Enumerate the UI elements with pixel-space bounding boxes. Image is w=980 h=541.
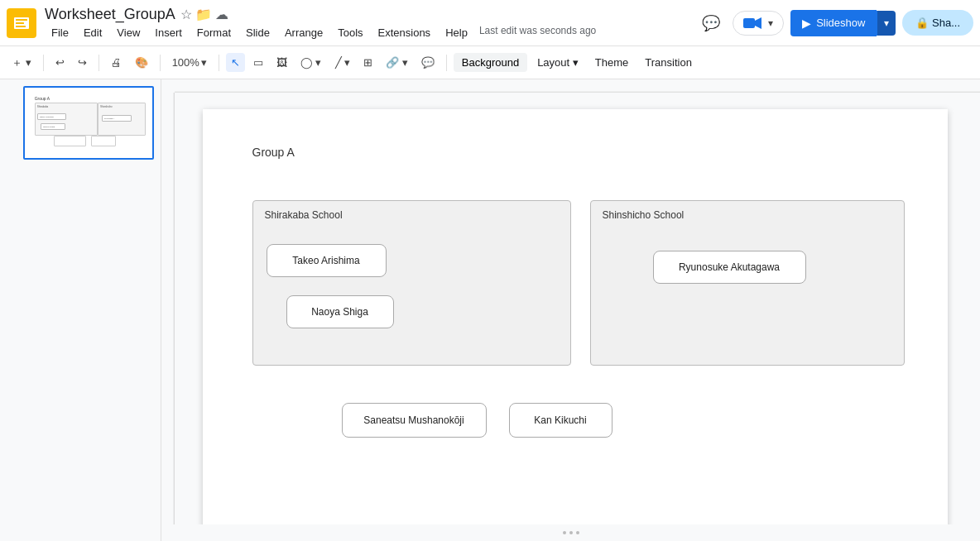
title-row: Worksheet_GroupA ☆ 📁 ☁ [45,6,596,23]
slide-canvas[interactable]: Group A Shirakaba School Takeo Arishima … [203,109,948,529]
text-box-tool[interactable]: ▭ [248,53,268,72]
saneatsu-name: Saneatsu Mushanokōji [363,414,464,426]
image-tool[interactable]: 🖼 [271,53,292,72]
canvas-area: Group A Shirakaba School Takeo Arishima … [161,93,980,541]
menu-edit[interactable]: Edit [77,25,108,41]
ryunosuke-name: Ryunosuke Akutagawa [679,261,780,273]
cloud-icon[interactable]: ☁ [215,7,228,22]
menu-bar: File Edit View Insert Format Slide Arran… [45,25,596,41]
meet-button[interactable]: ▾ [733,11,784,36]
shape-tool[interactable]: ◯ ▾ [295,53,327,72]
menu-extensions[interactable]: Extensions [372,25,438,41]
main-area: 1 Group A Shirakaba Takeo Arishima Naoya… [0,79,980,541]
folder-icon[interactable]: 📁 [195,7,212,22]
insert-tool[interactable]: ⊞ [358,53,377,72]
thumb-card1 [54,136,86,146]
svg-rect-5 [743,18,755,28]
top-bar: Worksheet_GroupA ☆ 📁 ☁ File Edit View In… [0,0,980,46]
title-icons: ☆ 📁 ☁ [180,7,228,22]
theme-button[interactable]: Theme [588,53,635,72]
menu-slide[interactable]: Slide [239,25,276,41]
shinshicho-school-box: Shinshicho School Ryunosuke Akutagawa [590,200,905,366]
menu-help[interactable]: Help [439,25,474,41]
title-section: Worksheet_GroupA ☆ 📁 ☁ File Edit View In… [45,6,596,41]
share-button[interactable]: 🔒 Sha... [902,10,973,36]
add-button[interactable]: ＋ ▾ [7,52,36,74]
autosave-text: Last edit was seconds ago [479,25,596,41]
menu-arrange[interactable]: Arrange [278,25,329,41]
undo-button[interactable]: ↩ [50,53,70,72]
paint-format-button[interactable]: 🎨 [130,53,153,72]
slides-panel: 1 Group A Shirakaba Takeo Arishima Naoya… [0,79,161,541]
divider2 [98,55,99,71]
thumb-card2 [91,136,116,146]
naoya-shiga-card[interactable]: Naoya Shiga [286,295,394,328]
slideshow-button[interactable]: ▶ Slideshow [790,10,877,36]
cursor-tool[interactable]: ↖ [226,53,245,72]
group-a-title: Group A [252,146,295,159]
kan-kikuchi-name: Kan Kikuchi [534,414,586,426]
slideshow-container: ▶ Slideshow ▾ [790,10,896,36]
comments-button[interactable]: 💬 [696,8,726,38]
menu-insert[interactable]: Insert [148,25,189,41]
links-tool[interactable]: 🔗 ▾ [381,53,413,72]
dot1 [563,531,566,534]
divider1 [43,55,44,71]
ryunosuke-card[interactable]: Ryunosuke Akutagawa [653,251,806,284]
comment-tool[interactable]: 💬 [416,53,440,72]
app-icon[interactable] [7,8,36,38]
svg-marker-6 [755,17,761,29]
meet-label: ▾ [768,17,773,29]
transition-button[interactable]: Transition [638,53,699,72]
takeo-arishima-card[interactable]: Takeo Arishima [267,244,387,277]
dot2 [569,531,573,534]
divider5 [446,55,447,71]
menu-file[interactable]: File [45,25,75,41]
layout-button[interactable]: Layout ▾ [531,53,585,72]
menu-view[interactable]: View [110,25,147,41]
toolbar: ＋ ▾ ↩ ↪ 🖨 🎨 100% ▾ ↖ ▭ 🖼 ◯ ▾ ╱ ▾ ⊞ 🔗 ▾ 💬… [0,46,980,79]
shinshicho-label: Shinshicho School [603,209,685,221]
divider4 [219,55,219,71]
ruler-horizontal [175,79,980,93]
zoom-button[interactable]: 100% ▾ [167,53,212,72]
doc-title[interactable]: Worksheet_GroupA [45,6,175,23]
naoya-shiga-name: Naoya Shiga [311,306,368,318]
thumb-school1: Shirakaba Takeo Arishima Naoya Shiga [35,103,98,136]
bottom-dots [161,524,980,541]
redo-button[interactable]: ↪ [73,53,92,72]
dot3 [576,531,579,534]
thumb-group-a-label: Group A [35,96,50,101]
menu-tools[interactable]: Tools [331,25,369,41]
shirakaba-label: Shirakaba School [265,209,343,221]
star-icon[interactable]: ☆ [180,7,192,22]
slideshow-dropdown[interactable]: ▾ [877,11,896,36]
takeo-arishima-name: Takeo Arishima [292,255,359,266]
shirakaba-school-box: Shirakaba School Takeo Arishima Naoya Sh… [252,200,571,366]
top-right-actions: 💬 ▾ ▶ Slideshow ▾ 🔒 Sha... [696,8,973,38]
slide-1-container: 1 Group A Shirakaba Takeo Arishima Naoya… [7,86,154,160]
svg-rect-3 [16,22,24,24]
background-button[interactable]: Background [454,53,527,72]
line-tool[interactable]: ╱ ▾ [330,53,356,72]
slide-thumbnail-1[interactable]: Group A Shirakaba Takeo Arishima Naoya S… [23,86,154,160]
divider3 [160,55,161,71]
saneatsu-card[interactable]: Saneatsu Mushanokōji [342,403,487,438]
kan-kikuchi-card[interactable]: Kan Kikuchi [509,403,612,438]
svg-rect-2 [16,19,27,21]
svg-rect-4 [16,26,26,27]
slideshow-label: Slideshow [816,17,865,29]
thumb-school2: Shinshicho Ryunosuke A. [98,103,146,136]
print-button[interactable]: 🖨 [106,53,127,72]
menu-format[interactable]: Format [190,25,238,41]
editor-area: Group A Shirakaba School Takeo Arishima … [161,79,980,541]
